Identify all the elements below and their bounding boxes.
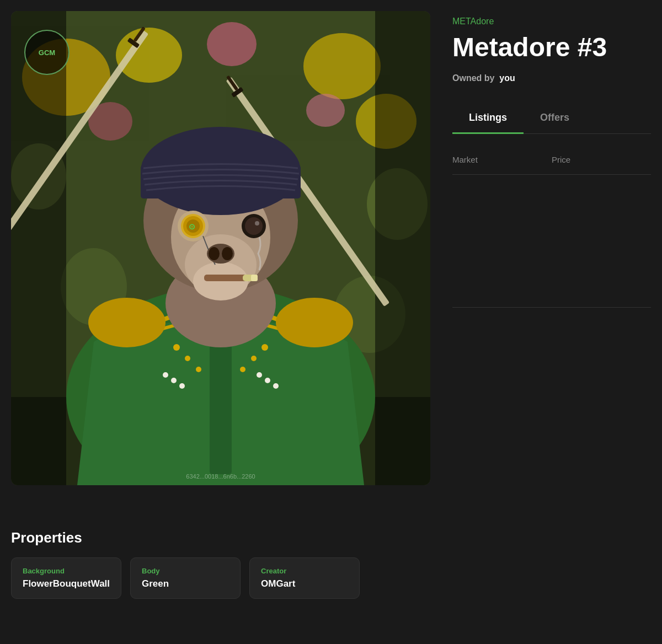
svg-point-34: [257, 372, 262, 378]
tab-offers[interactable]: Offers: [524, 105, 586, 134]
svg-point-28: [261, 344, 268, 351]
property-value-body: Green: [142, 578, 229, 589]
divider: [452, 307, 651, 308]
svg-point-51: [255, 221, 259, 226]
watermark: 6342...0018...6n6b...2260: [186, 473, 255, 480]
svg-point-31: [163, 372, 168, 378]
svg-point-32: [171, 378, 177, 383]
svg-text:⊙: ⊙: [189, 222, 195, 231]
property-label-creator: Creator: [261, 567, 348, 575]
table-header: Market Price: [452, 145, 651, 175]
svg-point-54: [222, 247, 233, 260]
svg-point-11: [306, 94, 345, 127]
properties-title: Properties: [11, 529, 651, 546]
svg-point-3: [303, 33, 381, 99]
property-value-background: FlowerBouquetWall: [23, 578, 110, 589]
property-label-background: Background: [23, 567, 110, 575]
svg-point-35: [265, 378, 270, 383]
property-card-creator: Creator OMGart: [249, 557, 360, 599]
top-section: ⊙ GCM 6342...0: [11, 11, 651, 485]
svg-point-50: [245, 217, 263, 235]
collection-name: METAdore: [452, 17, 651, 26]
svg-rect-57: [251, 275, 258, 281]
svg-text:GCM: GCM: [39, 49, 55, 57]
tabs: Listings Offers: [452, 105, 651, 133]
svg-point-30: [240, 367, 245, 372]
listings-area: [452, 180, 651, 291]
property-card-background: Background FlowerBouquetWall: [11, 557, 121, 599]
header-price: Price: [552, 151, 651, 169]
right-panel: METAdore Metadore #3 Owned by you Listin…: [452, 11, 651, 485]
nft-title: Metadore #3: [452, 33, 651, 62]
owned-by-value: you: [499, 73, 515, 83]
svg-point-53: [209, 247, 220, 260]
header-market: Market: [452, 151, 552, 169]
property-card-body: Body Green: [130, 557, 241, 599]
svg-point-29: [251, 356, 257, 361]
main-container: ⊙ GCM 6342...0: [0, 0, 662, 621]
tab-listings[interactable]: Listings: [452, 105, 524, 134]
owned-by: Owned by you: [452, 73, 651, 83]
tabs-container: Listings Offers: [452, 105, 651, 134]
svg-point-36: [273, 383, 279, 389]
svg-point-25: [173, 344, 180, 351]
nft-image: ⊙ GCM 6342...0: [11, 11, 430, 485]
property-value-creator: OMGart: [261, 578, 348, 589]
svg-point-26: [185, 356, 190, 361]
svg-point-22: [88, 298, 166, 347]
owned-by-label: Owned by: [452, 73, 494, 83]
property-label-body: Body: [142, 567, 229, 575]
properties-grid: Background FlowerBouquetWall Body Green …: [11, 557, 651, 599]
svg-point-27: [196, 367, 201, 372]
svg-point-9: [207, 22, 257, 66]
svg-point-23: [276, 298, 353, 347]
properties-section: Properties Background FlowerBouquetWall …: [11, 529, 651, 599]
svg-point-33: [179, 383, 185, 389]
